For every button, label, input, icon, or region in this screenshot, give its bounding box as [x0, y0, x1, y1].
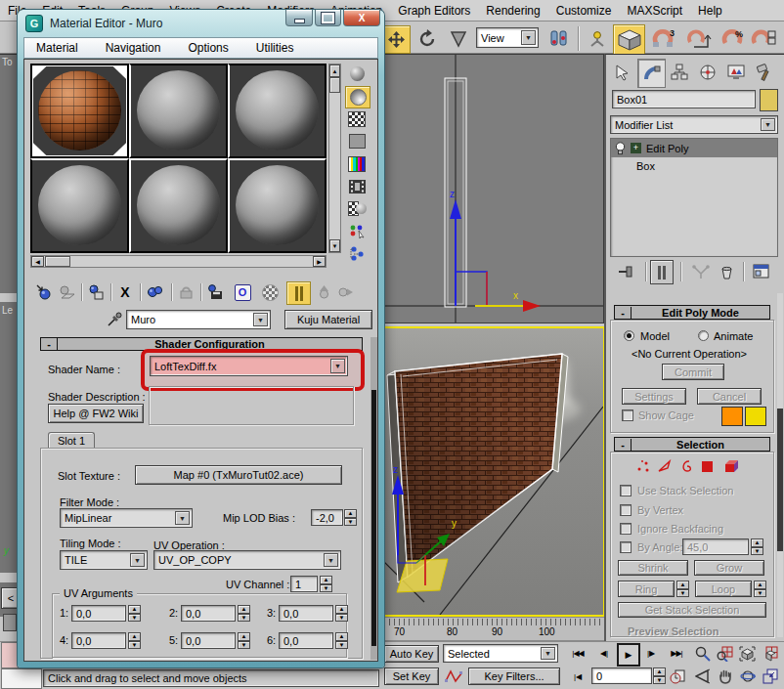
menu-options[interactable]: Options — [188, 41, 228, 55]
uv-arg-4-field[interactable]: 0,0 — [71, 632, 126, 649]
uv-arg-3-field[interactable]: 0,0 — [279, 605, 333, 622]
sample-slot[interactable] — [129, 64, 228, 158]
spinner-down-icon[interactable]: ▼ — [335, 641, 348, 650]
play-button[interactable]: ▶ — [617, 643, 640, 667]
uv-channel-spinner[interactable]: ▲ ▼ — [320, 576, 332, 592]
use-pivot-point-center-button[interactable] — [545, 25, 573, 52]
scroll-down-button[interactable]: ▼ — [329, 239, 340, 252]
uv-arg-1-spinner[interactable]: ▲▼ — [128, 605, 141, 622]
cage-color-swatch-yellow[interactable] — [745, 407, 766, 426]
spinner-down-icon[interactable]: ▼ — [676, 589, 689, 598]
spinner-up-icon[interactable]: ▲ — [238, 605, 250, 614]
material-id-channel-button[interactable]: O — [232, 282, 253, 302]
tab-hierarchy[interactable] — [666, 59, 692, 86]
close-button[interactable]: X — [343, 10, 380, 26]
sample-slot[interactable] — [129, 158, 228, 253]
collapse-icon[interactable]: - — [615, 307, 632, 319]
uv-operation-dropdown[interactable]: UV_OP_COPY ▼ — [153, 550, 341, 570]
auto-key-button[interactable]: Auto Key — [384, 645, 439, 663]
menu-navigation[interactable]: Navigation — [106, 41, 161, 55]
spinner-down-icon[interactable]: ▼ — [128, 614, 141, 623]
ring-button[interactable]: Ring — [618, 581, 675, 597]
reference-coordinate-dropdown[interactable]: View ▼ — [476, 27, 539, 48]
configure-modifier-sets-button[interactable] — [749, 261, 772, 281]
video-color-check-button[interactable] — [345, 153, 369, 174]
ring-spinner[interactable]: ▲ ▼ — [676, 581, 689, 597]
sample-slot-muro-selected[interactable] — [30, 64, 129, 158]
shrink-button[interactable]: Shrink — [618, 560, 688, 576]
commit-button[interactable]: Commit — [662, 364, 724, 380]
next-frame-button[interactable]: |▶ — [640, 645, 662, 662]
element-subobject-button[interactable] — [721, 457, 743, 475]
select-and-scale-button[interactable] — [445, 25, 471, 52]
key-mode-toggle-button[interactable]: |◀ — [567, 668, 588, 684]
chevron-down-icon[interactable]: ▼ — [253, 313, 268, 326]
animate-radio[interactable] — [698, 330, 709, 341]
backlight-button-active[interactable] — [345, 86, 370, 108]
arc-rotate-button[interactable] — [737, 667, 758, 685]
set-key-button[interactable]: Set Key — [384, 667, 439, 685]
object-color-swatch[interactable] — [760, 89, 778, 111]
scrollbar-thumb[interactable] — [777, 409, 783, 551]
angle-snap-toggle-button[interactable] — [683, 25, 714, 53]
rollout-header-edit-poly-mode[interactable]: - Edit Poly Mode — [614, 305, 770, 320]
snaps-toggle-button[interactable] — [613, 24, 645, 56]
zoom-extents-button[interactable] — [737, 644, 758, 663]
material-type-button[interactable]: Kuju Material — [284, 310, 372, 329]
key-filters-button[interactable]: Key Filters... — [468, 667, 560, 685]
parameters-scrollbar[interactable] — [370, 337, 377, 660]
spinner-down-icon[interactable]: ▼ — [320, 584, 332, 593]
by-angle-spinner[interactable]: ▲ ▼ — [751, 538, 763, 555]
field-of-view-button[interactable] — [692, 667, 713, 685]
select-and-move-button[interactable] — [382, 25, 411, 54]
chevron-down-icon[interactable]: ▼ — [330, 359, 345, 373]
maxscript-mini-listener-white[interactable] — [1, 668, 42, 689]
spinner-down-icon[interactable]: ▼ — [751, 547, 763, 556]
stack-row-box[interactable]: Box — [611, 157, 777, 175]
current-frame-field[interactable]: 0 — [591, 667, 652, 684]
chevron-down-icon[interactable]: ▼ — [761, 118, 775, 131]
spinner-up-icon[interactable]: ▲ — [238, 632, 250, 641]
uv-arg-3-spinner[interactable]: ▲▼ — [335, 605, 348, 622]
sample-slot[interactable] — [228, 64, 327, 158]
tab-motion[interactable] — [694, 59, 720, 86]
perspective-viewport-active[interactable]: z y — [381, 326, 605, 617]
spinner-up-icon[interactable]: ▲ — [754, 581, 766, 589]
zoom-button[interactable] — [692, 644, 713, 663]
filter-mode-dropdown[interactable]: MipLinear ▼ — [60, 508, 193, 528]
modifier-list-dropdown[interactable]: Modifier List ▼ — [610, 115, 778, 134]
tab-utilities[interactable] — [751, 59, 777, 86]
percent-snap-toggle-button[interactable]: % — [719, 25, 747, 53]
zoom-extents-all-button[interactable] — [760, 644, 780, 663]
pan-view-button[interactable] — [715, 667, 735, 685]
select-and-rotate-button[interactable] — [414, 25, 440, 52]
show-end-result-button-active[interactable] — [286, 281, 311, 305]
material-map-navigator-button[interactable] — [345, 243, 369, 264]
command-panel-scrollbar[interactable] — [777, 293, 783, 637]
uv-arg-5-field[interactable]: 0,0 — [181, 632, 236, 649]
chevron-down-icon[interactable]: ▼ — [130, 553, 145, 567]
mip-lod-bias-field[interactable]: -2,0 — [311, 509, 343, 526]
settings-button[interactable]: Settings — [622, 388, 686, 405]
uv-arg-2-spinner[interactable]: ▲▼ — [238, 605, 250, 622]
menu-rendering[interactable]: Rendering — [486, 4, 540, 18]
shader-name-dropdown[interactable]: LoftTexDiff.fx ▼ — [150, 356, 348, 376]
go-to-end-button[interactable]: ▶▶| — [664, 645, 689, 662]
scrollbar-thumb[interactable] — [329, 77, 340, 93]
make-preview-button[interactable] — [345, 176, 369, 196]
loop-button[interactable]: Loop — [695, 581, 752, 597]
spinner-up-icon[interactable]: ▲ — [335, 632, 348, 641]
by-angle-field[interactable]: 45,0 — [682, 538, 749, 555]
make-unique-button[interactable] — [175, 282, 196, 302]
stack-row-edit-poly[interactable]: + Edit Poly — [611, 139, 777, 157]
top-viewport[interactable]: z x — [381, 54, 604, 323]
assign-material-to-selection-button[interactable] — [85, 282, 107, 302]
show-map-in-viewport-button[interactable] — [259, 282, 281, 302]
viewport-divider[interactable] — [0, 573, 18, 582]
set-key-curve-button[interactable] — [443, 667, 464, 685]
go-forward-to-sibling-button[interactable] — [334, 282, 356, 302]
object-name-field[interactable]: Box01 — [612, 90, 756, 108]
get-stack-selection-button[interactable]: Get Stack Selection — [618, 602, 766, 618]
spinner-up-icon[interactable]: ▲ — [344, 509, 357, 518]
tab-display[interactable] — [722, 59, 749, 86]
